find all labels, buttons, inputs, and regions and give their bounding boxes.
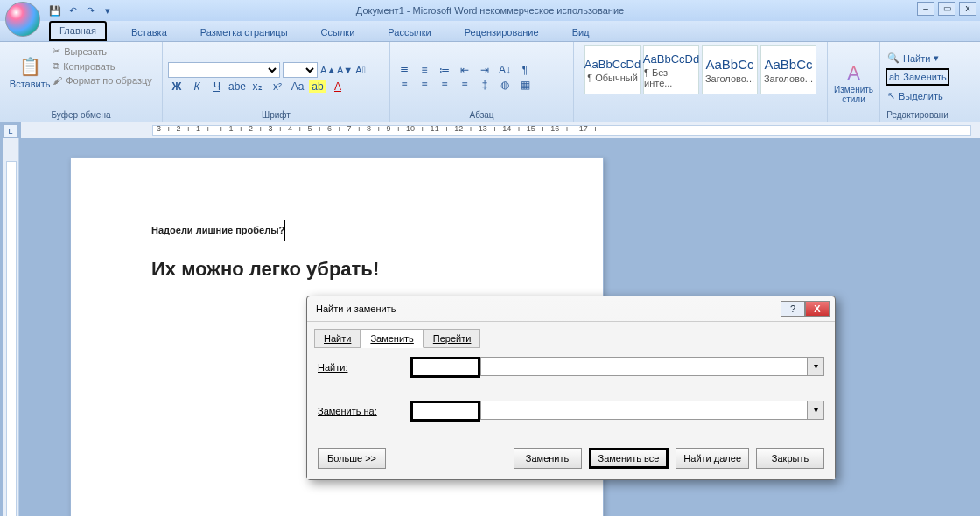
find-button[interactable]: 🔍Найти▾ [886, 51, 949, 66]
cut-button[interactable]: ✂Вырезать [52, 45, 152, 57]
justify-button[interactable]: ≡ [456, 79, 473, 91]
undo-icon[interactable]: ↶ [66, 4, 79, 17]
replace-label: Заменить на: [318, 406, 405, 416]
replace-icon: ab [889, 72, 900, 82]
ruler-area: L 3 · ı · 2 · ı · 1 · ı · · ı · 1 · ı · … [0, 122, 980, 138]
paste-button[interactable]: 📋 Вставить [10, 45, 50, 100]
change-styles-label: Изменить стили [833, 85, 874, 104]
style-heading1[interactable]: AaBbCcЗаголово... [702, 45, 758, 94]
style-nospacing[interactable]: AaBbCcDd¶ Без инте... [643, 45, 699, 94]
tab-insert[interactable]: Вставка [122, 24, 176, 41]
find-row: Найти: [318, 357, 824, 378]
replace-row: Заменить на: [318, 401, 824, 422]
close-dialog-button[interactable]: Закрыть [756, 448, 824, 469]
dialog-title: Найти и заменить [316, 303, 396, 314]
font-name-combo[interactable] [168, 62, 280, 78]
style-preview: AaBbCcDd [584, 58, 640, 71]
save-icon[interactable]: 💾 [49, 4, 61, 17]
grow-font-icon[interactable]: A▲ [320, 63, 334, 77]
tab-mailings[interactable]: Рассылки [379, 24, 439, 41]
copy-button[interactable]: ⧉Копировать [52, 60, 152, 72]
replace-input[interactable] [480, 401, 824, 420]
group-clipboard-label: Буфер обмена [5, 108, 157, 120]
dialog-body: Найти Заменить Перейти Найти: Заменить н… [307, 321, 835, 479]
font-color-button[interactable]: A [329, 80, 346, 93]
replace-all-button[interactable]: Заменить все [589, 448, 669, 469]
tab-page-layout[interactable]: Разметка страницы [192, 24, 297, 41]
find-label: Найти [903, 53, 930, 64]
group-paragraph-label: Абзац [396, 108, 568, 120]
find-next-button[interactable]: Найти далее [676, 448, 749, 469]
multilevel-button[interactable]: ≔ [436, 64, 453, 76]
find-input-highlight[interactable] [410, 357, 480, 378]
ruler-numbers: 3 · ı · 2 · ı · 1 · ı · · ı · 1 · ı · 2 … [157, 124, 601, 133]
strike-button[interactable]: abe [228, 80, 246, 93]
tab-references[interactable]: Ссылки [312, 24, 364, 41]
line-spacing-button[interactable]: ‡ [476, 79, 494, 91]
group-font: A▲ A▼ А⃠ Ж К Ч abe x₂ x² Aa ab A Шрифт [163, 42, 390, 122]
change-case-button[interactable]: Aa [289, 80, 306, 93]
bold-button[interactable]: Ж [168, 80, 186, 93]
highlight-button[interactable]: ab [309, 80, 326, 93]
qat-menu-icon[interactable]: ▾ [102, 4, 114, 17]
italic-button[interactable]: К [188, 80, 206, 93]
style-normal-label: ¶ Обычный [587, 73, 638, 83]
redo-icon[interactable]: ↷ [84, 4, 96, 17]
shading-button[interactable]: ◍ [496, 79, 514, 91]
clear-format-icon[interactable]: А⃠ [354, 63, 368, 77]
tab-home[interactable]: Главная [49, 21, 107, 41]
dialog-tab-find[interactable]: Найти [314, 329, 360, 348]
format-painter-button[interactable]: 🖌Формат по образцу [52, 75, 152, 86]
more-button[interactable]: Больше >> [318, 448, 386, 469]
dialog-close-button[interactable]: X [805, 301, 830, 317]
align-right-button[interactable]: ≡ [436, 79, 453, 91]
replace-label: Заменить [903, 72, 946, 82]
change-styles-button[interactable]: A Изменить стили [833, 62, 874, 104]
view-ruler-toggle[interactable]: L [4, 124, 18, 138]
tab-view[interactable]: Вид [564, 24, 598, 41]
office-button[interactable] [5, 2, 40, 37]
window-controls: – ▭ x [917, 2, 976, 16]
sort-button[interactable]: A↓ [496, 64, 514, 76]
bullets-button[interactable]: ≣ [396, 64, 413, 76]
indent-button[interactable]: ⇥ [476, 64, 494, 76]
restore-button[interactable]: ▭ [938, 2, 956, 16]
ribbon: 📋 Вставить ✂Вырезать ⧉Копировать 🖌Формат… [0, 42, 980, 122]
replace-button[interactable]: abЗаменить [886, 68, 949, 86]
select-button[interactable]: ↖Выделить [886, 88, 949, 103]
group-styles: AaBbCcDd¶ Обычный AaBbCcDd¶ Без инте... … [574, 42, 828, 122]
align-left-button[interactable]: ≡ [396, 79, 413, 91]
brush-icon: 🖌 [52, 75, 62, 86]
style-heading2[interactable]: AaBbCcЗаголово... [760, 45, 816, 94]
group-font-label: Шрифт [168, 108, 384, 120]
subscript-button[interactable]: x₂ [248, 80, 266, 93]
superscript-button[interactable]: x² [269, 80, 286, 93]
paste-label: Вставить [10, 79, 51, 89]
dialog-buttons: Больше >> Заменить Заменить все Найти да… [314, 444, 828, 472]
dialog-help-button[interactable]: ? [780, 301, 805, 317]
vertical-ruler[interactable] [4, 138, 19, 516]
dialog-titlebar[interactable]: Найти и заменить ? X [307, 296, 835, 321]
borders-button[interactable]: ▦ [516, 79, 534, 91]
group-styles-label [579, 118, 822, 120]
group-clipboard: 📋 Вставить ✂Вырезать ⧉Копировать 🖌Формат… [0, 42, 163, 122]
font-size-combo[interactable] [283, 62, 318, 78]
dialog-tab-goto[interactable]: Перейти [424, 329, 481, 348]
shrink-font-icon[interactable]: A▼ [337, 63, 351, 77]
minimize-button[interactable]: – [917, 2, 934, 16]
horizontal-ruler[interactable]: 3 · ı · 2 · ı · 1 · ı · · ı · 1 · ı · 2 … [21, 122, 980, 138]
close-window-button[interactable]: x [959, 2, 976, 16]
cut-label: Вырезать [64, 46, 107, 57]
style-normal[interactable]: AaBbCcDd¶ Обычный [584, 45, 640, 94]
dialog-tab-replace[interactable]: Заменить [360, 329, 423, 348]
tab-review[interactable]: Рецензирование [456, 24, 548, 41]
replace-input-highlight[interactable] [410, 401, 480, 422]
group-editing-label: Редактировани [886, 108, 949, 120]
find-input[interactable] [480, 357, 824, 376]
show-marks-button[interactable]: ¶ [516, 64, 534, 76]
replace-one-button[interactable]: Заменить [514, 448, 582, 469]
numbering-button[interactable]: ≡ [416, 64, 433, 76]
align-center-button[interactable]: ≡ [416, 79, 433, 91]
outdent-button[interactable]: ⇤ [456, 64, 473, 76]
underline-button[interactable]: Ч [208, 80, 226, 93]
